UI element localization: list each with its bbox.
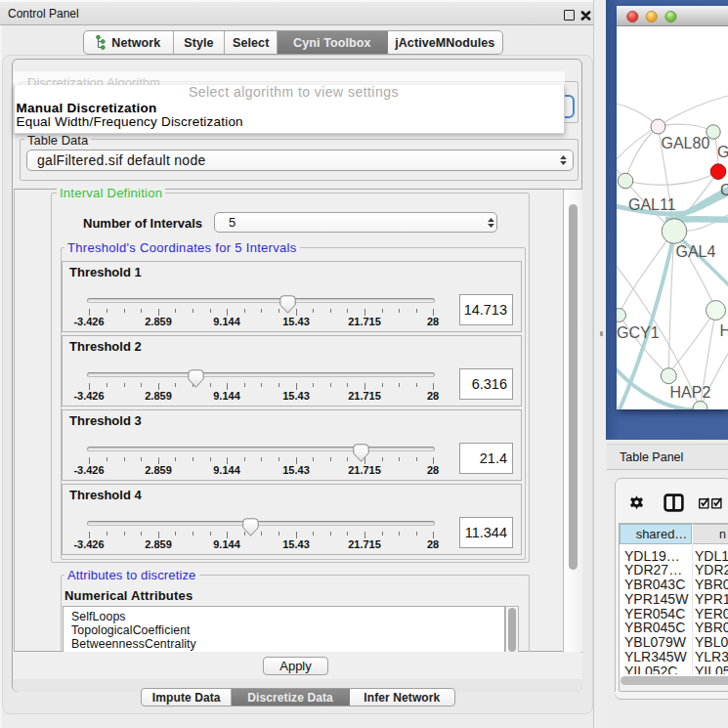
svg-text:H: H xyxy=(720,322,728,339)
svg-text:GCY1: GCY1 xyxy=(617,324,660,341)
svg-text:GA: GA xyxy=(717,144,728,160)
svg-text:GAL4: GAL4 xyxy=(676,243,716,260)
svg-text:C: C xyxy=(720,182,728,198)
svg-text:GAL80: GAL80 xyxy=(662,135,710,151)
svg-text:HAP2: HAP2 xyxy=(670,384,711,401)
svg-text:GAL11: GAL11 xyxy=(628,196,676,213)
